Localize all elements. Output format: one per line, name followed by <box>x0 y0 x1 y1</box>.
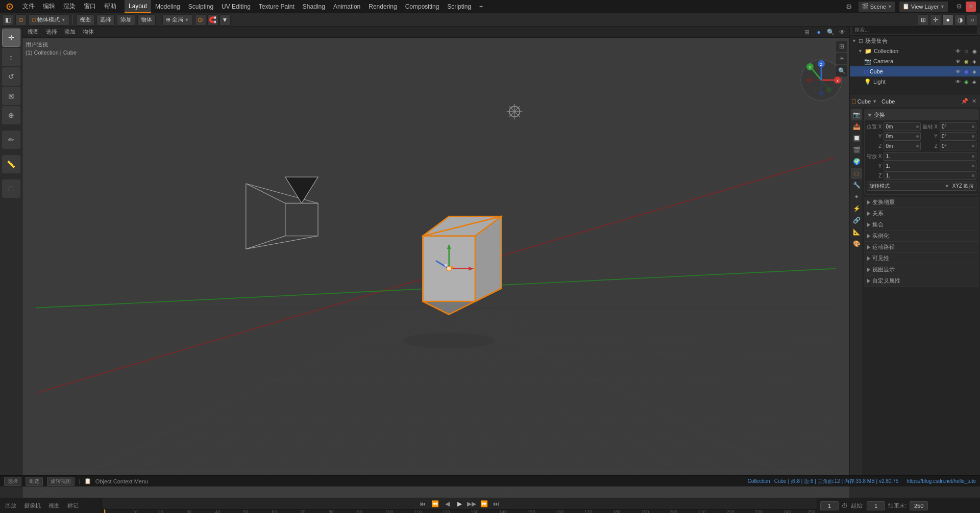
view-layer-selector[interactable]: 📋 View Layer ▼ <box>899 2 948 12</box>
tab-shading[interactable]: Shading <box>299 0 329 13</box>
view-display-header[interactable]: 视图显示 <box>864 264 979 275</box>
menu-window[interactable]: 窗口 <box>80 0 100 13</box>
tab-uv-editing[interactable]: UV Editing <box>217 0 255 13</box>
camera-vis-select[interactable]: ◉ <box>963 58 970 65</box>
relation-header[interactable]: 关系 <box>864 208 979 219</box>
tab-sculpting[interactable]: Sculpting <box>184 0 217 13</box>
vp-light-side-icon[interactable]: ☀ <box>836 53 847 64</box>
tab-compositing[interactable]: Compositing <box>401 0 444 13</box>
outliner-item-light[interactable]: 💡 Light 👁 ◉ ◈ <box>850 76 980 87</box>
prop-tab-output[interactable]: 📤 <box>851 121 862 132</box>
vp-menu-select[interactable]: 选择 <box>43 28 60 37</box>
scale-x-field[interactable]: 1. <box>884 152 976 161</box>
cube-vis-eye[interactable]: 👁 <box>954 68 962 75</box>
tl-menu-camera[interactable]: 摄像机 <box>21 502 44 509</box>
tl-menu-playback[interactable]: 回放 <box>2 502 19 509</box>
select-menu-btn[interactable]: 选择 <box>96 14 115 25</box>
collection-vis-render[interactable]: ◉ <box>971 47 978 55</box>
status-select-btn[interactable]: 选择 <box>4 477 21 486</box>
tl-menu-markers[interactable]: 标记 <box>64 502 82 509</box>
vp-camera-icon[interactable]: 👁 <box>837 28 847 37</box>
blog-url[interactable]: https://blog.csdn.net/hello_tute <box>906 478 976 484</box>
pos-y-field[interactable]: 0m <box>884 132 920 141</box>
camera-vis-render[interactable]: ◈ <box>971 58 978 65</box>
prop-tab-scene[interactable]: 🎬 <box>851 144 862 156</box>
vp-search-side-icon[interactable]: 🔍 <box>836 65 847 76</box>
outliner-item-collection[interactable]: ▼ 📁 Collection 👁 ⊙ ◉ <box>850 46 980 56</box>
prop-tab-modifiers[interactable]: 🔧 <box>851 179 862 191</box>
menu-edit[interactable]: 编辑 <box>39 0 59 13</box>
outliner-item-camera[interactable]: 📷 Camera 👁 ◉ ◈ <box>850 56 980 66</box>
tool-scale[interactable]: ⊠ <box>2 87 20 105</box>
vp-overlay-icon[interactable]: ● <box>814 28 824 37</box>
proportional-icon[interactable]: ⊙ <box>195 14 206 25</box>
prop-tab-materials[interactable]: 🎨 <box>851 238 862 249</box>
instances-header[interactable]: 实例化 <box>864 230 979 242</box>
object-menu-btn[interactable]: 物体 <box>137 14 156 25</box>
tl-menu-view[interactable]: 视图 <box>45 502 63 509</box>
viewport-shading-solid[interactable]: ● <box>942 14 953 25</box>
viewport-shading-rendered[interactable]: ○ <box>967 14 978 25</box>
top-close-icon[interactable]: ✕ <box>966 2 976 12</box>
cube-vis-select[interactable]: ◉ <box>963 68 970 75</box>
tab-texture-paint[interactable]: Texture Paint <box>255 0 299 13</box>
light-vis-select[interactable]: ◉ <box>963 78 970 85</box>
rot-y-field[interactable]: 0° <box>940 132 976 141</box>
overlay-icon[interactable]: ⊞ <box>918 14 929 25</box>
pos-x-field[interactable]: 0m <box>884 122 920 131</box>
tl-play-btn[interactable]: ▶ <box>454 499 464 508</box>
props-type-dropdown[interactable]: Cube <box>857 98 871 105</box>
start-frame-input[interactable]: 1 <box>867 501 885 510</box>
delta-transform-header[interactable]: 变换增量 <box>864 197 979 208</box>
viewport-shading-material[interactable]: ◑ <box>954 14 966 25</box>
add-menu-btn[interactable]: 添加 <box>117 14 135 25</box>
prop-tab-particles[interactable]: ✦ <box>851 191 862 202</box>
global-transform-btn[interactable]: ⊕ 全局 ▼ <box>162 14 193 25</box>
rotation-mode-dropdown[interactable]: 旋转模式 ▼ XYZ 欧拉 <box>867 182 976 191</box>
tab-layout[interactable]: Layout <box>125 0 151 13</box>
tl-jump-end[interactable]: ⏭ <box>491 499 501 508</box>
toolbar-blender-icon[interactable]: ⊙ <box>15 14 27 25</box>
viewport-3d[interactable]: 视图 选择 添加 物体 ⊞ ● 🔍 👁 用户透视 (1) Collection … <box>22 27 849 498</box>
camera-vis-eye[interactable]: 👁 <box>954 58 962 65</box>
prop-tab-constraints[interactable]: 🔗 <box>851 215 862 226</box>
collections-header[interactable]: 集合 <box>864 219 979 230</box>
tab-scripting[interactable]: Scripting <box>443 0 475 13</box>
vp-menu-add[interactable]: 添加 <box>61 28 79 37</box>
vp-gizmo-icon[interactable]: 🔍 <box>825 28 836 37</box>
light-vis-render[interactable]: ◈ <box>971 78 978 85</box>
tl-next-keyframe[interactable]: ⏩ <box>479 499 489 508</box>
mode-selector[interactable]: □ 物体模式 ▼ <box>29 14 69 25</box>
outliner-item-cube[interactable]: □ Cube 👁 ◉ ◈ <box>850 66 980 76</box>
toolbar-left-icon[interactable]: ◧ <box>2 14 13 25</box>
tool-rotate[interactable]: ↺ <box>2 67 20 86</box>
tool-transform[interactable]: ⊕ <box>2 106 20 124</box>
vp-menu-object[interactable]: 物体 <box>80 28 97 37</box>
timeline-ruler[interactable]: 1 10 20 30 40 50 60 70 80 90 100 110 120… <box>102 509 817 513</box>
snap-icon[interactable]: 🧲 <box>207 14 218 25</box>
menu-file[interactable]: 文件 <box>18 0 39 13</box>
view-menu-btn[interactable]: 视图 <box>76 14 94 25</box>
snap-target-icon[interactable]: ▼ <box>219 14 231 25</box>
vp-menu-view[interactable]: 视图 <box>24 28 42 37</box>
tab-animation[interactable]: Animation <box>329 0 364 13</box>
tab-add-workspace[interactable]: + <box>475 0 487 13</box>
collection-vis-select[interactable]: ⊙ <box>963 47 970 55</box>
props-close-icon[interactable]: ✕ <box>970 97 978 106</box>
tab-modeling[interactable]: Modeling <box>151 0 184 13</box>
custom-props-header[interactable]: 自定义属性 <box>864 275 979 287</box>
prop-tab-data[interactable]: 📐 <box>851 226 862 238</box>
rot-x-field[interactable]: 0° <box>940 122 976 131</box>
gizmo-icon[interactable]: ✛ <box>930 14 941 25</box>
prop-tab-object[interactable]: □ <box>851 168 862 179</box>
scale-z-field[interactable]: 1. <box>884 171 976 180</box>
vp-grid-icon[interactable]: ⊞ <box>802 28 812 37</box>
props-pin-icon[interactable]: 📌 <box>961 97 969 106</box>
outliner-search-input[interactable] <box>852 26 978 34</box>
rot-z-field[interactable]: 0° <box>940 142 976 150</box>
current-frame-display[interactable]: 1 <box>820 501 839 510</box>
tool-move[interactable]: ↕ <box>2 48 20 66</box>
collection-vis-eye[interactable]: 👁 <box>954 47 962 55</box>
menu-render[interactable]: 渲染 <box>59 0 80 13</box>
status-rotate-btn[interactable]: 旋转视图 <box>47 477 75 486</box>
